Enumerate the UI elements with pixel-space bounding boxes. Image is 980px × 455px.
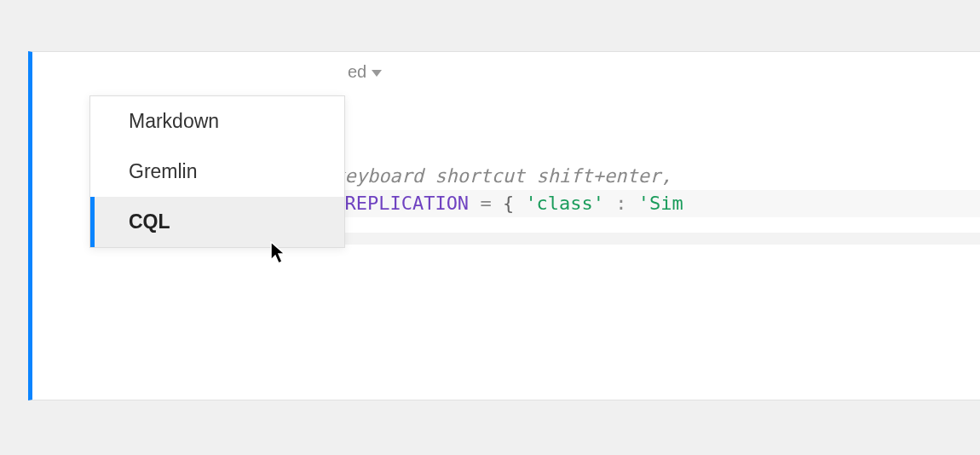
chevron-down-icon <box>372 70 382 77</box>
cell-type-dropdown: Markdown Gremlin CQL <box>89 95 345 248</box>
keyword: REPLICATION <box>344 193 469 214</box>
colon: : <box>615 193 626 214</box>
string-literal: 'class' <box>525 193 604 214</box>
brace: { <box>503 193 514 214</box>
operator: = <box>480 193 491 214</box>
dropdown-item-gremlin[interactable]: Gremlin <box>90 147 344 197</box>
cell-type-label: ed <box>348 62 366 82</box>
dropdown-item-markdown[interactable]: Markdown <box>90 96 344 147</box>
cell-type-selector[interactable]: ed <box>348 62 382 82</box>
string-literal: 'Sim <box>638 193 683 214</box>
dropdown-item-cql[interactable]: CQL <box>90 197 344 247</box>
